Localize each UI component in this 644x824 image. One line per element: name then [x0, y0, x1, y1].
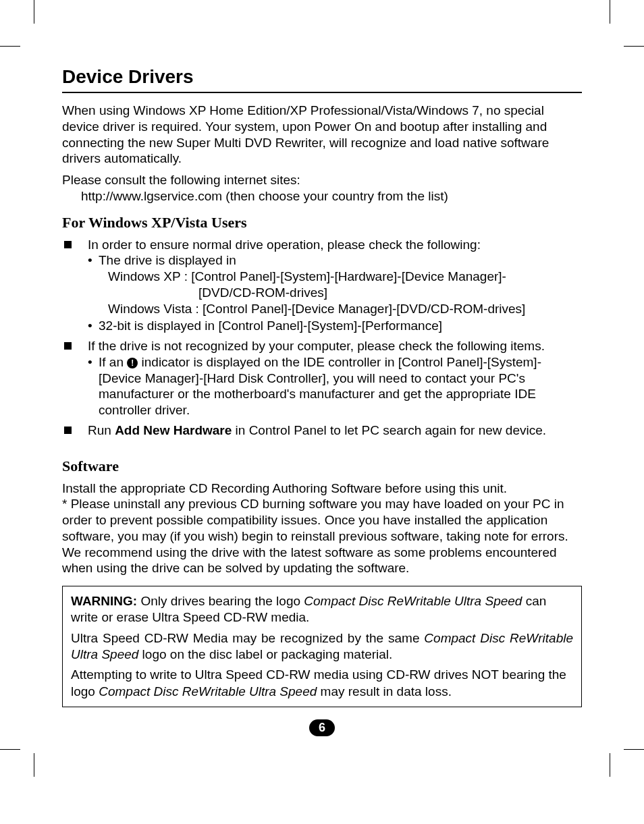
brand-italic: Compact Disc ReWritable Ultra Speed: [99, 684, 317, 698]
warning-box: WARNING: Only drives bearing the logo Co…: [62, 586, 582, 707]
dot1-vista: Windows Vista : [Control Panel]-[Device …: [99, 301, 582, 317]
crop-mark: [0, 749, 20, 750]
blk3-post: in Control Panel to let PC search again …: [232, 423, 546, 437]
subhead-windows: For Windows XP/Vista Users: [62, 214, 582, 231]
bullet-list-dot: If an ! indicator is displayed on the ID…: [88, 354, 582, 418]
software-line1: Install the appropriate CD Recording Aut…: [62, 480, 582, 497]
subhead-software: Software: [62, 458, 582, 475]
blk3-pre: Run: [88, 423, 115, 437]
dot1-xp-cont: [DVD/CD-ROM-drives]: [99, 285, 582, 301]
document-page: Device Drivers When using Windows XP Hom…: [0, 0, 644, 777]
warn-p2-post: logo on the disc label or packaging mate…: [138, 647, 392, 661]
warning-label: WARNING:: [71, 594, 137, 608]
blk3-bold: Add New Hardware: [115, 423, 232, 437]
warning-p3: Attempting to write to Ultra Speed CD-RW…: [71, 667, 573, 700]
list-item: 32-bit is displayed in [Control Panel]-[…: [88, 318, 582, 334]
crop-mark: [624, 46, 644, 47]
blk1-text: In order to ensure normal drive operatio…: [88, 238, 481, 252]
list-item: The drive is displayed in Windows XP : […: [88, 252, 582, 317]
warn-p1-pre: Only drives bearing the logo: [137, 594, 304, 608]
warning-p1: WARNING: Only drives bearing the logo Co…: [71, 593, 573, 626]
consult-url: http://www.lgservice.com (then choose yo…: [81, 188, 582, 204]
brand-italic: Compact Disc ReWritable Ultra Speed: [304, 594, 522, 608]
page-number-container: 6: [62, 719, 582, 737]
bullet-list-dot: The drive is displayed in Windows XP : […: [88, 252, 582, 334]
crop-mark: [624, 749, 644, 750]
warning-p2: Ultra Speed CD-RW Media may be recognize…: [71, 630, 573, 663]
blk2-text: If the drive is not recognized by your c…: [88, 339, 545, 353]
list-item: In order to ensure normal drive operatio…: [62, 237, 582, 335]
warn-p2-pre: Ultra Speed CD-RW Media may be recognize…: [71, 631, 424, 645]
list-item: Run Add New Hardware in Control Panel to…: [62, 422, 582, 439]
warn-p3-post: may result in data loss.: [317, 684, 452, 698]
crop-mark: [610, 0, 610, 24]
page-number-badge: 6: [309, 719, 335, 737]
software-line2: * Please uninstall any previous CD burni…: [62, 496, 582, 544]
intro-paragraph: When using Windows XP Home Edition/XP Pr…: [62, 103, 582, 167]
bullet-list-square: In order to ensure normal drive operatio…: [62, 237, 582, 439]
crop-mark: [0, 46, 20, 47]
list-item: If an ! indicator is displayed on the ID…: [88, 354, 582, 418]
dot3-post: indicator is displayed on the IDE contro…: [99, 355, 541, 417]
crop-mark: [34, 0, 34, 24]
software-line3: We recommend using the drive with the la…: [62, 545, 582, 577]
list-item: If the drive is not recognized by your c…: [62, 338, 582, 418]
dot1-line1: The drive is displayed in: [99, 253, 236, 267]
page-title: Device Drivers: [62, 66, 582, 88]
crop-mark: [610, 753, 610, 777]
crop-mark: [34, 753, 34, 777]
consult-sites: Please consult the following internet si…: [62, 172, 582, 188]
dot3-pre: If an: [99, 355, 127, 369]
warning-icon: !: [127, 358, 138, 368]
title-underline: [62, 92, 582, 93]
dot1-xp: Windows XP : [Control Panel]-[System]-[H…: [99, 269, 582, 285]
